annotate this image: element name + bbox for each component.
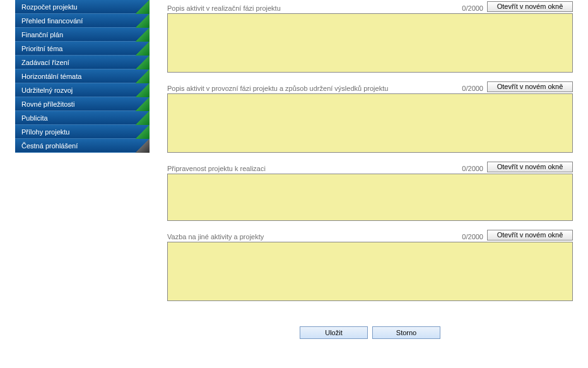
sidebar-item-udrzitelny[interactable]: Udržitelný rozvoj xyxy=(15,83,150,97)
sidebar-item-label: Přílohy projektu xyxy=(21,128,69,136)
sidebar-item-horizontalni[interactable]: Horizontální témata xyxy=(15,69,150,83)
sidebar-item-prioritni-tema[interactable]: Prioritní téma xyxy=(15,42,150,56)
sidebar-item-cestna[interactable]: Čestná prohlášení xyxy=(15,139,150,153)
pripravenost-textarea[interactable] xyxy=(168,174,572,220)
field-label: Popis aktivit v provozní fázi projektu a… xyxy=(167,85,394,92)
sidebar-item-rovne[interactable]: Rovné příležitosti xyxy=(15,97,150,111)
sidebar-item-financni-plan[interactable]: Finanční plán xyxy=(15,28,150,42)
sidebar-item-label: Rozpočet projektu xyxy=(21,3,78,11)
sidebar-item-rozpocet[interactable]: Rozpočet projektu xyxy=(15,0,150,14)
open-new-window-button[interactable]: Otevřít v novém okně xyxy=(487,1,573,12)
sidebar-item-label: Horizontální témata xyxy=(21,73,81,80)
field-label: Připravenost projektu k realizaci xyxy=(167,165,394,172)
sidebar-nav: Rozpočet projektu Přehled financování Fi… xyxy=(0,0,150,153)
provozni-faze-textarea[interactable] xyxy=(168,94,572,152)
open-new-window-button[interactable]: Otevřít v novém okně xyxy=(487,162,573,172)
open-new-window-button[interactable]: Otevřít v novém okně xyxy=(487,230,573,240)
char-counter: 0/2000 xyxy=(394,165,487,172)
field-label: Popis aktivit v realizační fázi projektu xyxy=(167,4,394,12)
sidebar-item-label: Udržitelný rozvoj xyxy=(21,86,73,94)
cancel-button[interactable]: Storno xyxy=(372,326,440,339)
sidebar-item-label: Finanční plán xyxy=(21,31,63,39)
sidebar-item-prilohy[interactable]: Přílohy projektu xyxy=(15,125,150,139)
sidebar-item-zadavaci-rizeni[interactable]: Zadávací řízení xyxy=(15,56,150,69)
sidebar-item-label: Přehled financování xyxy=(21,17,83,25)
field-provozni-faze: Popis aktivit v provozní fázi projektu a… xyxy=(167,81,573,153)
sidebar-item-publicita[interactable]: Publicita xyxy=(15,111,150,125)
field-vazba: Vazba na jiné aktivity a projekty 0/2000… xyxy=(167,230,573,301)
sidebar-item-label: Rovné příležitosti xyxy=(21,100,74,108)
sidebar-item-label: Prioritní téma xyxy=(21,45,62,52)
sidebar-item-prehled[interactable]: Přehled financování xyxy=(15,14,150,28)
main-form: Popis aktivit v realizační fázi projektu… xyxy=(150,0,588,339)
sidebar-item-label: Čestná prohlášení xyxy=(21,142,78,150)
vazba-textarea[interactable] xyxy=(168,242,572,300)
sidebar-item-label: Zadávací řízení xyxy=(21,59,69,66)
char-counter: 0/2000 xyxy=(394,4,487,12)
field-realizacni-faze: Popis aktivit v realizační fázi projektu… xyxy=(167,1,573,73)
open-new-window-button[interactable]: Otevřít v novém okně xyxy=(487,81,573,92)
save-button[interactable]: Uložit xyxy=(300,326,368,339)
char-counter: 0/2000 xyxy=(394,233,487,240)
field-label: Vazba na jiné aktivity a projekty xyxy=(167,233,394,240)
sidebar-item-label: Publicita xyxy=(21,114,48,122)
char-counter: 0/2000 xyxy=(394,85,487,92)
field-pripravenost: Připravenost projektu k realizaci 0/2000… xyxy=(167,162,573,221)
realizacni-faze-textarea[interactable] xyxy=(168,14,572,72)
footer-buttons: Uložit Storno xyxy=(167,326,573,339)
